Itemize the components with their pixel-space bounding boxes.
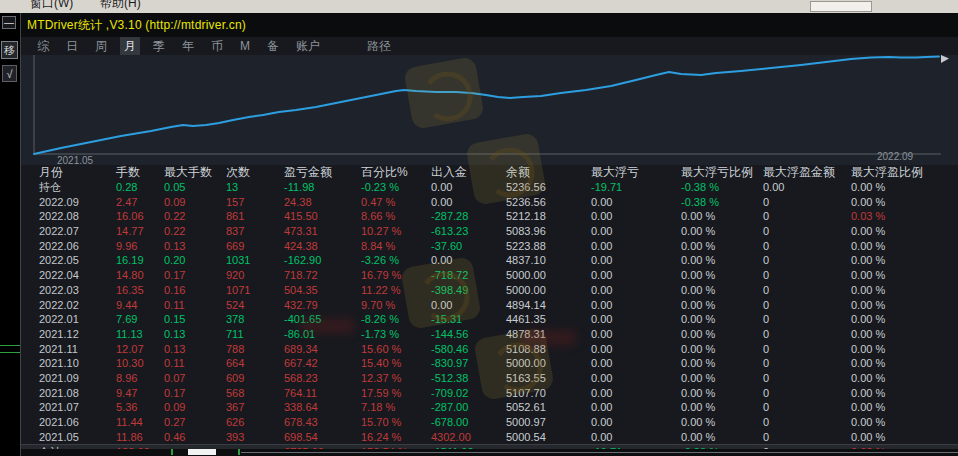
cell: 15.70 % bbox=[361, 415, 431, 430]
column-header: 盈亏金额 bbox=[284, 165, 361, 180]
table-row[interactable]: 2021.075.360.09367338.647.18 %-287.00505… bbox=[21, 400, 958, 415]
table-header-row: 月份手数最大手数次数盈亏金额百分比%出入金余额最大浮亏最大浮亏比例最大浮盈金额最… bbox=[21, 165, 958, 180]
titlebar[interactable]: MTDriver统计 ,V3.10 (http://mtdriver.cn) bbox=[21, 13, 958, 37]
tab-备[interactable]: 备 bbox=[263, 37, 283, 56]
tab-季[interactable]: 季 bbox=[149, 37, 169, 56]
cell: 0 bbox=[763, 312, 851, 327]
cell: 0.00 % bbox=[681, 298, 763, 313]
cell: 0.00 bbox=[591, 430, 681, 445]
cell: 0.00 % bbox=[681, 283, 763, 298]
cell: 0 bbox=[763, 386, 851, 401]
tab-年[interactable]: 年 bbox=[178, 37, 198, 56]
table-row[interactable]: 2022.0516.190.201031-162.90-3.26 %0.0048… bbox=[21, 253, 958, 268]
cell: -0.23 % bbox=[361, 180, 431, 195]
tab-账户[interactable]: 账户 bbox=[292, 37, 324, 56]
cell: 0.00 % bbox=[851, 342, 958, 357]
tab-日[interactable]: 日 bbox=[62, 37, 82, 56]
scrollbar-tick bbox=[171, 449, 173, 455]
table-row[interactable]: 2021.1211.130.13711-86.01-1.73 %-144.564… bbox=[21, 327, 958, 342]
menu-item-window[interactable]: 窗口(W) bbox=[30, 0, 73, 12]
cell: 0.00 bbox=[763, 180, 851, 195]
cell: 5223.88 bbox=[506, 239, 591, 254]
column-header: 余额 bbox=[506, 165, 591, 180]
equity-chart[interactable]: 2021.05 2022.09 bbox=[21, 55, 958, 165]
table-row[interactable]: 2022.0714.770.22837473.3110.27 %-613.235… bbox=[21, 224, 958, 239]
cell: 5107.70 bbox=[506, 386, 591, 401]
table-row[interactable]: 2022.092.470.0915724.380.47 %0.005236.56… bbox=[21, 195, 958, 210]
row-label: 2022.08 bbox=[39, 209, 116, 224]
tab-币[interactable]: 币 bbox=[207, 37, 227, 56]
cell: 689.34 bbox=[284, 342, 361, 357]
column-header: 最大浮亏比例 bbox=[681, 165, 763, 180]
cell: 0.00 % bbox=[851, 327, 958, 342]
cell: 698.54 bbox=[284, 430, 361, 445]
cell: 0.00 bbox=[591, 268, 681, 283]
cell: 0.00 bbox=[431, 180, 506, 195]
cell: 524 bbox=[226, 298, 284, 313]
os-toolbar-field bbox=[810, 1, 872, 12]
stats-table: 月份手数最大手数次数盈亏金额百分比%出入金余额最大浮亏最大浮亏比例最大浮盈金额最… bbox=[21, 165, 958, 456]
cell: 0.00 % bbox=[681, 430, 763, 445]
cell: 17.59 % bbox=[361, 386, 431, 401]
table-row[interactable]: 2022.0316.350.161071504.3511.22 %-398.49… bbox=[21, 283, 958, 298]
tab-M[interactable]: M bbox=[236, 38, 254, 54]
move-button[interactable]: 移 bbox=[1, 41, 18, 59]
check-button[interactable]: √ bbox=[2, 65, 17, 82]
table-row[interactable]: 2022.069.960.13669424.388.84 %-37.605223… bbox=[21, 239, 958, 254]
tab-月[interactable]: 月 bbox=[120, 37, 140, 56]
cell: 0.16 bbox=[164, 283, 226, 298]
cell: 0.00 % bbox=[851, 400, 958, 415]
cell: 0.00 bbox=[591, 298, 681, 313]
cell: 0 bbox=[763, 415, 851, 430]
menu-item-help[interactable]: 帮助(H) bbox=[100, 0, 141, 12]
cell: 0 bbox=[763, 400, 851, 415]
table-row[interactable]: 2021.0611.440.27626678.4315.70 %-678.005… bbox=[21, 415, 958, 430]
cell: 14.80 bbox=[116, 268, 164, 283]
cell: 0.00 bbox=[591, 239, 681, 254]
cell: 2.47 bbox=[116, 195, 164, 210]
cell: 9.47 bbox=[116, 386, 164, 401]
cell: 0.27 bbox=[164, 415, 226, 430]
cell: -678.00 bbox=[431, 415, 506, 430]
cell: -8.26 % bbox=[361, 312, 431, 327]
cell: 568 bbox=[226, 386, 284, 401]
cell: -830.97 bbox=[431, 356, 506, 371]
table-row[interactable]: 2022.0414.800.17920718.7216.79 %-718.725… bbox=[21, 268, 958, 283]
cell: 16.35 bbox=[116, 283, 164, 298]
row-label: 2022.04 bbox=[39, 268, 116, 283]
cell: 5163.55 bbox=[506, 371, 591, 386]
table-row[interactable]: 2021.1112.070.13788689.3415.60 %-580.465… bbox=[21, 342, 958, 357]
table-row[interactable]: 2021.089.470.17568764.1117.59 %-709.0251… bbox=[21, 386, 958, 401]
cell: 568.23 bbox=[284, 371, 361, 386]
cell: 16.79 % bbox=[361, 268, 431, 283]
bottom-scrollbar[interactable] bbox=[21, 449, 958, 456]
minimize-button[interactable]: — bbox=[2, 16, 16, 29]
cell: 0.00 bbox=[591, 224, 681, 239]
table-row[interactable]: 2022.017.690.15378-401.65-8.26 %-15.3144… bbox=[21, 312, 958, 327]
table-row[interactable]: 持仓0.280.0513-11.98-0.23 %0.005236.56-19.… bbox=[21, 180, 958, 195]
cell: 0.00 % bbox=[851, 415, 958, 430]
cell: 0.20 bbox=[164, 253, 226, 268]
cell: 1031 bbox=[226, 253, 284, 268]
cell: -0.38 % bbox=[681, 195, 763, 210]
cell: -11.98 bbox=[284, 180, 361, 195]
table-row[interactable]: 2022.029.440.11524432.799.70 %0.004894.1… bbox=[21, 298, 958, 313]
cell: 11.44 bbox=[116, 415, 164, 430]
cell: 0.28 bbox=[116, 180, 164, 195]
row-label: 2022.06 bbox=[39, 239, 116, 254]
table-row[interactable]: 2021.1010.300.11664667.4215.40 %-830.975… bbox=[21, 356, 958, 371]
cell: -287.28 bbox=[431, 209, 506, 224]
table-row[interactable]: 2022.0816.060.22861415.508.66 %-287.2852… bbox=[21, 209, 958, 224]
cell: 5083.96 bbox=[506, 224, 591, 239]
tab-综[interactable]: 综 bbox=[33, 37, 53, 56]
cell: 0.00 % bbox=[851, 356, 958, 371]
cell: 14.77 bbox=[116, 224, 164, 239]
table-row[interactable]: 2021.098.960.07609568.2312.37 %-512.3851… bbox=[21, 371, 958, 386]
scrollbar-thumb[interactable] bbox=[188, 449, 216, 455]
tab-path[interactable]: 路径 bbox=[363, 37, 395, 56]
cell: 0 bbox=[763, 195, 851, 210]
cell: 0.00 % bbox=[681, 209, 763, 224]
table-row[interactable]: 2021.0511.860.46393698.5416.24 %4302.005… bbox=[21, 430, 958, 445]
cell: 5.36 bbox=[116, 400, 164, 415]
tab-周[interactable]: 周 bbox=[91, 37, 111, 56]
